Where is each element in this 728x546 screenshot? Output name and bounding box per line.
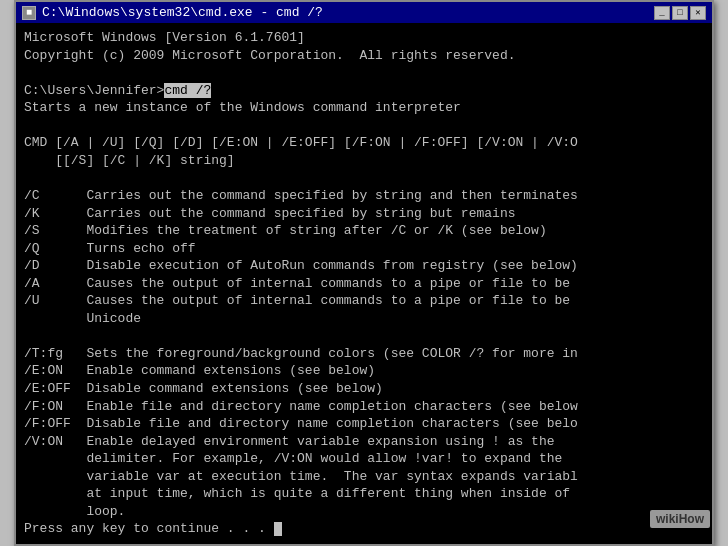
cmd-line-0: Microsoft Windows [Version 6.1.7601] — [24, 29, 704, 47]
cmd-line-4: Starts a new instance of the Windows com… — [24, 99, 704, 117]
cmd-line-27: loop. — [24, 503, 704, 521]
cmd-line-21: /F:ON Enable file and directory name com… — [24, 398, 704, 416]
cmd-line-12: /Q Turns echo off — [24, 240, 704, 258]
cmd-line-9: /C Carries out the command specified by … — [24, 187, 704, 205]
wikihow-watermark: wikiHow — [650, 510, 710, 528]
cmd-window: ■ C:\Windows\system32\cmd.exe - cmd /? _… — [14, 0, 714, 546]
cmd-highlight: cmd /? — [164, 83, 211, 98]
cmd-line-5 — [24, 117, 704, 135]
cmd-line-14: /A Causes the output of internal command… — [24, 275, 704, 293]
cmd-line-6: CMD [/A | /U] [/Q] [/D] [/E:ON | /E:OFF]… — [24, 134, 704, 152]
title-bar: ■ C:\Windows\system32\cmd.exe - cmd /? _… — [16, 2, 712, 23]
cmd-line-23: /V:ON Enable delayed environment variabl… — [24, 433, 704, 451]
maximize-button[interactable]: □ — [672, 6, 688, 20]
cmd-line-25: variable var at execution time. The var … — [24, 468, 704, 486]
cmd-line-11: /S Modifies the treatment of string afte… — [24, 222, 704, 240]
close-button[interactable]: ✕ — [690, 6, 706, 20]
cmd-line-10: /K Carries out the command specified by … — [24, 205, 704, 223]
cmd-line-24: delimiter. For example, /V:ON would allo… — [24, 450, 704, 468]
window-title: C:\Windows\system32\cmd.exe - cmd /? — [42, 5, 323, 20]
cmd-icon: ■ — [22, 6, 36, 20]
cmd-line-19: /E:ON Enable command extensions (see bel… — [24, 362, 704, 380]
cmd-line-2 — [24, 64, 704, 82]
title-bar-buttons: _ □ ✕ — [654, 6, 706, 20]
cmd-output: Microsoft Windows [Version 6.1.7601] Cop… — [16, 23, 712, 544]
cmd-line-1: Copyright (c) 2009 Microsoft Corporation… — [24, 47, 704, 65]
cmd-line-17 — [24, 327, 704, 345]
cursor-blink — [274, 522, 282, 536]
desktop-background: ■ C:\Windows\system32\cmd.exe - cmd /? _… — [0, 0, 728, 546]
minimize-button[interactable]: _ — [654, 6, 670, 20]
cmd-line-22: /F:OFF Disable file and directory name c… — [24, 415, 704, 433]
cmd-line-3: C:\Users\Jennifer>cmd /? — [24, 82, 704, 100]
cmd-line-7: [[/S] [/C | /K] string] — [24, 152, 704, 170]
cmd-line-8 — [24, 169, 704, 187]
cmd-line-26: at input time, which is quite a differen… — [24, 485, 704, 503]
cmd-line-28: Press any key to continue . . . — [24, 520, 704, 538]
title-bar-left: ■ C:\Windows\system32\cmd.exe - cmd /? — [22, 5, 323, 20]
cmd-line-15: /U Causes the output of internal command… — [24, 292, 704, 310]
cmd-line-16: Unicode — [24, 310, 704, 328]
cmd-line-13: /D Disable execution of AutoRun commands… — [24, 257, 704, 275]
cmd-line-20: /E:OFF Disable command extensions (see b… — [24, 380, 704, 398]
cmd-line-18: /T:fg Sets the foreground/background col… — [24, 345, 704, 363]
